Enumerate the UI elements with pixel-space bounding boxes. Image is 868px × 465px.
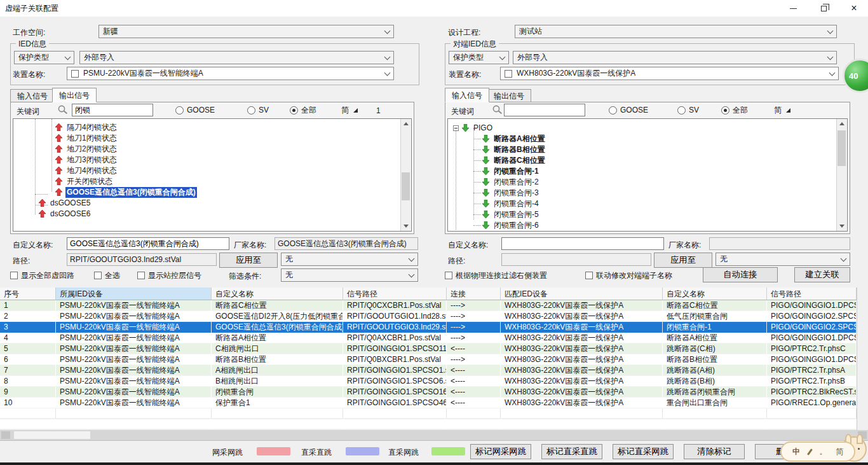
device-select-left[interactable]: PSMU-220kV国泰霞一线智能终端A bbox=[67, 67, 394, 80]
device-checkbox-left[interactable] bbox=[71, 70, 79, 78]
filter-by-physical-link-checkbox[interactable]: 根据物理连接过滤右侧装置 bbox=[445, 270, 547, 281]
apply-to-button-left[interactable]: 应用至 bbox=[219, 253, 278, 268]
show-all-circuits-checkbox[interactable]: 显示全部虚回路 bbox=[10, 270, 74, 281]
device-select-right[interactable]: WXH803G-220kV国泰霞一线保护A bbox=[500, 67, 839, 80]
ime-punctuation[interactable]: 。 bbox=[819, 447, 827, 457]
sync-rename-checkbox[interactable]: 联动修改对端端子名称 bbox=[585, 270, 672, 281]
tree-item[interactable]: 闭锁重合闸-6 bbox=[482, 220, 540, 230]
col-match-custom-name[interactable]: 自定义名称 bbox=[663, 288, 767, 300]
table-row[interactable]: 6PSMU-220kV国泰霞一线智能终端A断路器B相位置RPIT/Q0BXCBR… bbox=[0, 354, 857, 365]
tree-item[interactable]: 开关闭锁状态 bbox=[55, 176, 114, 186]
apply-target-select-right[interactable]: 无 bbox=[715, 253, 850, 266]
workspace-select[interactable]: 新疆 bbox=[98, 25, 394, 38]
scroll-up-button[interactable] bbox=[401, 119, 410, 128]
project-select[interactable]: 测试站 bbox=[515, 25, 837, 38]
left-tree-scrollbar[interactable] bbox=[400, 119, 410, 231]
col-signal-path[interactable]: 信号路径 bbox=[343, 288, 447, 300]
auto-connect-button[interactable]: 自动连接 bbox=[703, 267, 778, 282]
tree-item[interactable]: dsGOOSE5 bbox=[39, 198, 92, 208]
scroll-thumb[interactable] bbox=[402, 172, 410, 200]
scroll-left-button[interactable] bbox=[1, 431, 10, 439]
import-source-select-left[interactable]: 外部导入 bbox=[79, 51, 394, 64]
scroll-down-button[interactable] bbox=[401, 221, 410, 231]
radio-all-right[interactable]: 全部 bbox=[721, 105, 748, 115]
select-all-checkbox[interactable]: 全选 bbox=[94, 270, 120, 281]
radio-sv-right[interactable]: SV bbox=[677, 105, 699, 115]
table-row[interactable]: 5PSMU-220kV国泰霞一线智能终端AC相跳闸出口RPIT/GOINGGIO… bbox=[0, 344, 857, 354]
col-seq[interactable]: 序号 bbox=[0, 288, 56, 300]
table-row[interactable]: 9PSMU-220kV国泰霞一线智能终端A闭锁重合闸RPIT/GOINGGIO1… bbox=[0, 387, 857, 398]
radio-goose-right[interactable]: GOOSE bbox=[609, 105, 648, 115]
input-signal-tree[interactable]: PIGO断路器A相位置断路器B相位置断路器C相位置闭锁重合闸-1闭锁重合闸-2闭… bbox=[447, 118, 848, 232]
collapse-icon[interactable] bbox=[453, 125, 459, 131]
simple-mode-toggle-left[interactable]: 简 bbox=[341, 105, 358, 115]
keyword-input-right[interactable] bbox=[504, 104, 585, 116]
tab-output-signal-right[interactable]: 输出信号 bbox=[487, 89, 531, 102]
restore-button[interactable] bbox=[810, 0, 837, 17]
col-owner-ied[interactable]: 所属IED设备 bbox=[56, 288, 212, 300]
tab-output-signal-left[interactable]: 输出信号 bbox=[52, 88, 97, 102]
radio-all-left[interactable]: 全部 bbox=[290, 105, 316, 115]
floating-badge[interactable]: 40 bbox=[843, 59, 868, 93]
ime-toolbar-overlay[interactable]: 中 。 简 bbox=[780, 435, 868, 465]
ime-pen-icon[interactable] bbox=[807, 448, 813, 455]
tree-item[interactable]: 断路器B相位置 bbox=[482, 144, 546, 155]
tree-item[interactable]: 地刀4闭锁状态 bbox=[55, 165, 118, 176]
tab-input-signal-left[interactable]: 输入信号 bbox=[10, 89, 55, 102]
ime-simplified[interactable]: 简 bbox=[836, 447, 843, 457]
table-horizontal-scrollbar[interactable] bbox=[0, 430, 868, 440]
radio-goose-left[interactable]: GOOSE bbox=[175, 105, 215, 115]
create-link-button[interactable]: 建立关联 bbox=[794, 267, 850, 282]
col-match-signal-path[interactable]: 信号路径 bbox=[767, 288, 857, 300]
tree-item[interactable]: 闭锁重合闸-3 bbox=[482, 188, 540, 198]
table-row[interactable]: 1PSMU-220kV国泰霞一线智能终端A断路器C相位置RPIT/Q0CXCBR… bbox=[0, 300, 857, 311]
scroll-up-button[interactable] bbox=[837, 119, 846, 128]
table-row-selected[interactable]: 3PSMU-220kV国泰霞一线智能终端AGOOSE遥信总遥信3(闭锁重合闸合成… bbox=[0, 322, 857, 333]
apply-target-select-left[interactable]: 无 bbox=[281, 253, 418, 266]
tree-item[interactable]: 断路器A相位置 bbox=[482, 134, 546, 144]
custom-name-input-left[interactable] bbox=[67, 237, 229, 250]
tree-item[interactable]: 地刀1闭锁状态 bbox=[55, 133, 118, 143]
tree-item[interactable]: 地刀2闭锁状态 bbox=[55, 144, 118, 154]
device-checkbox-right[interactable] bbox=[505, 70, 512, 78]
table-row[interactable]: 4PSMU-220kV国泰霞一线智能终端A断路器A相位置RPIT/Q0AXCBR… bbox=[0, 333, 857, 344]
import-source-select-right[interactable]: 外部导入 bbox=[513, 51, 837, 64]
close-button[interactable]: × bbox=[840, 0, 868, 17]
tree-item[interactable]: dsGOOSE6 bbox=[39, 209, 92, 219]
mark-direct-net-button[interactable]: 标记直采网跳 bbox=[613, 444, 674, 459]
tree-item[interactable]: 隔刀4闭锁状态 bbox=[55, 122, 118, 132]
mark-direct-direct-button[interactable]: 标记直采直跳 bbox=[541, 444, 602, 459]
clear-marks-button[interactable]: 清除标记 bbox=[684, 444, 745, 459]
scroll-down-button[interactable] bbox=[837, 221, 846, 231]
apply-to-button-right[interactable]: 应用至 bbox=[654, 253, 712, 268]
minimize-button[interactable] bbox=[779, 0, 807, 17]
tree-item[interactable]: 地刀3闭锁状态 bbox=[55, 155, 118, 165]
table-row[interactable]: 8PSMU-220kV国泰霞一线智能终端AB相跳闸出口RPIT/GOINGGIO… bbox=[0, 376, 857, 387]
tree-item[interactable]: 断路器C相位置 bbox=[482, 155, 546, 165]
tree-item[interactable]: GOOSE遥信总遥信3(闭锁重合闸合成) bbox=[55, 187, 197, 197]
tree-item[interactable]: 闭锁重合闸-2 bbox=[482, 177, 540, 187]
radio-sv-left[interactable]: SV bbox=[247, 105, 269, 115]
ime-pill[interactable]: 中 。 简 bbox=[780, 441, 855, 462]
col-connection[interactable]: 连接 bbox=[447, 288, 501, 300]
simple-mode-toggle-right[interactable]: 简 bbox=[774, 105, 790, 115]
mark-net-net-button[interactable]: 标记网采网跳 bbox=[470, 444, 531, 459]
keyword-input-left[interactable] bbox=[72, 104, 153, 116]
protect-type-select-right[interactable]: 保护类型 bbox=[449, 51, 509, 64]
scroll-thumb[interactable] bbox=[14, 431, 90, 439]
table-row[interactable]: 10PSMU-220kV国泰霞一线智能终端A保护重合1RPIT/GOINGGIO… bbox=[0, 398, 857, 408]
show-station-signal-checkbox[interactable]: 显示站控层信号 bbox=[137, 270, 201, 281]
col-custom-name[interactable]: 自定义名称 bbox=[212, 288, 343, 300]
tree-root-item[interactable]: PIGO bbox=[453, 123, 494, 133]
scroll-thumb[interactable] bbox=[837, 130, 846, 166]
table-row[interactable]: 7PSMU-220kV国泰霞一线智能终端AA相跳闸出口RPIT/GOINGGIO… bbox=[0, 365, 857, 376]
output-signal-tree[interactable]: 隔刀4闭锁状态地刀1闭锁状态地刀2闭锁状态地刀3闭锁状态地刀4闭锁状态开关闭锁状… bbox=[13, 118, 412, 232]
table-row[interactable]: 2PSMU-220kV国泰霞一线智能终端AGOOSE遥信DI2开入8(压力低闭锁… bbox=[0, 311, 857, 322]
tree-item[interactable]: 闭锁重合闸-5 bbox=[482, 209, 540, 219]
filter-condition-select[interactable]: 无 bbox=[281, 268, 418, 282]
ime-mode-chinese[interactable]: 中 bbox=[792, 447, 800, 457]
tab-input-signal-right[interactable]: 输入信号 bbox=[445, 88, 489, 102]
col-match-ied[interactable]: 匹配IED设备 bbox=[501, 288, 663, 300]
tree-item[interactable]: 闭锁重合闸-1 bbox=[482, 166, 540, 176]
protect-type-select-left[interactable]: 保护类型 bbox=[14, 51, 74, 64]
